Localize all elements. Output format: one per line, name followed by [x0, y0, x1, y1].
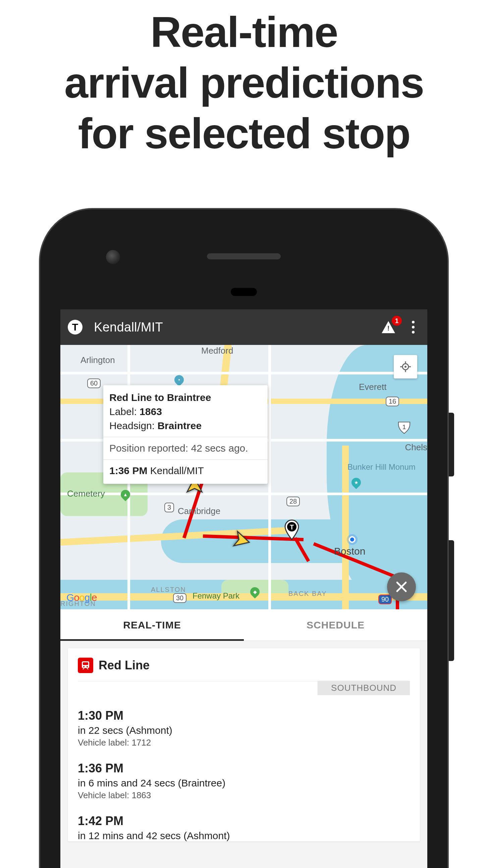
- direction-row: SOUTHBOUND: [78, 681, 410, 695]
- map-road: [268, 345, 271, 609]
- tab-schedule[interactable]: SCHEDULE: [244, 609, 427, 641]
- map-label: Cemetery: [67, 489, 105, 499]
- info-eta: 1:36 PM Kendall/MIT: [109, 464, 262, 478]
- map-info-window[interactable]: Red Line to Braintree Label: 1863 Headsi…: [103, 385, 268, 484]
- prediction-countdown: in 12 mins and 42 secs (Ashmont): [78, 830, 410, 841]
- promo-line-3: for selected stop: [0, 108, 488, 159]
- map-label: Medford: [201, 346, 233, 356]
- mbta-logo-icon: T: [68, 320, 83, 335]
- svg-marker-2: [234, 531, 251, 549]
- screen: T Kendall/MIT ! 1: [60, 309, 427, 868]
- phone-sensor: [231, 288, 257, 296]
- route-header: Red Line: [78, 658, 410, 673]
- tab-realtime[interactable]: REAL-TIME: [60, 609, 244, 641]
- prediction-item: 1:30 PM in 22 secs (Ashmont) Vehicle lab…: [78, 709, 410, 748]
- map-label: Everett: [359, 382, 386, 392]
- svg-point-15: [83, 666, 85, 668]
- svg-line-17: [83, 668, 84, 670]
- direction-toggle[interactable]: SOUTHBOUND: [318, 681, 410, 695]
- overflow-menu-button[interactable]: [406, 318, 420, 336]
- phone-camera: [106, 250, 120, 264]
- route-name: Red Line: [99, 658, 150, 672]
- google-logo: Google: [66, 592, 97, 603]
- info-headsign-row: Headsign: Braintree: [109, 419, 262, 433]
- my-location-button[interactable]: [394, 355, 417, 378]
- prediction-time: 1:36 PM: [78, 761, 410, 775]
- svg-rect-14: [83, 662, 88, 665]
- map-label: Cambridge: [178, 506, 220, 516]
- promo-line-2: arrival predictions: [0, 57, 488, 108]
- predictions-content[interactable]: Red Line SOUTHBOUND 1:30 PM in 22 secs (…: [60, 641, 427, 868]
- route-sign: 30: [173, 593, 187, 603]
- info-position: Position reported: 42 secs ago.: [109, 441, 262, 455]
- map-road: [60, 493, 427, 495]
- map-label: Fenway Park: [193, 591, 239, 600]
- info-label-row: Label: 1863: [109, 405, 262, 419]
- close-panel-button[interactable]: [387, 572, 416, 601]
- prediction-time: 1:42 PM: [78, 814, 410, 828]
- current-location-dot: [349, 536, 356, 543]
- route-sign: 16: [386, 397, 399, 406]
- phone-frame: T Kendall/MIT ! 1: [39, 208, 449, 868]
- prediction-countdown: in 6 mins and 24 secs (Braintree): [78, 777, 410, 789]
- app-bar: T Kendall/MIT ! 1: [60, 309, 427, 345]
- promo-headline: Real-time arrival predictions for select…: [0, 0, 488, 159]
- map-label: Chels: [405, 442, 427, 453]
- poi-pin-icon: •: [172, 373, 186, 386]
- interstate-shield-icon: 90: [378, 594, 392, 604]
- svg-point-16: [87, 666, 88, 668]
- svg-text:1: 1: [402, 424, 406, 431]
- map[interactable]: Arlington Medford Everett Chels Bunker H…: [60, 345, 427, 609]
- route-sign: 3: [164, 503, 174, 513]
- phone-earpiece: [207, 253, 281, 259]
- map-label: Boston: [334, 546, 365, 557]
- prediction-countdown: in 22 secs (Ashmont): [78, 725, 410, 736]
- close-icon: [395, 581, 408, 593]
- prediction-item: 1:42 PM in 12 mins and 42 secs (Ashmont): [78, 814, 410, 841]
- map-label: Arlington: [80, 355, 115, 365]
- prediction-item: 1:36 PM in 6 mins and 24 secs (Braintree…: [78, 761, 410, 801]
- us-route-shield-icon: 1: [398, 421, 411, 434]
- alerts-badge: 1: [392, 316, 402, 326]
- map-label: BACK BAY: [288, 590, 327, 597]
- route-sign: 60: [87, 378, 101, 388]
- t-station-pin-icon[interactable]: T: [284, 519, 300, 540]
- route-sign: 28: [286, 497, 300, 506]
- route-card: Red Line SOUTHBOUND 1:30 PM in 22 secs (…: [68, 648, 420, 841]
- map-label: ALLSTON: [151, 586, 186, 593]
- subway-icon: [78, 658, 93, 673]
- map-road: [60, 593, 427, 600]
- phone-side-button: [449, 413, 454, 476]
- svg-text:T: T: [290, 523, 294, 531]
- prediction-time: 1:30 PM: [78, 709, 410, 723]
- svg-line-18: [87, 668, 88, 670]
- prediction-vehicle: Vehicle label: 1863: [78, 790, 410, 801]
- map-road: [60, 372, 427, 374]
- app-bar-title: Kendall/MIT: [94, 320, 163, 335]
- promo-line-1: Real-time: [0, 7, 488, 57]
- info-title: Red Line to Braintree: [109, 392, 211, 403]
- map-label: Bunker Hill Monum: [348, 462, 416, 472]
- alerts-button[interactable]: ! 1: [380, 318, 397, 336]
- phone-side-button: [449, 540, 454, 661]
- prediction-vehicle: Vehicle label: 1712: [78, 738, 410, 748]
- crosshair-icon: [399, 361, 412, 373]
- tab-bar: REAL-TIME SCHEDULE: [60, 609, 427, 641]
- svg-point-6: [404, 366, 406, 368]
